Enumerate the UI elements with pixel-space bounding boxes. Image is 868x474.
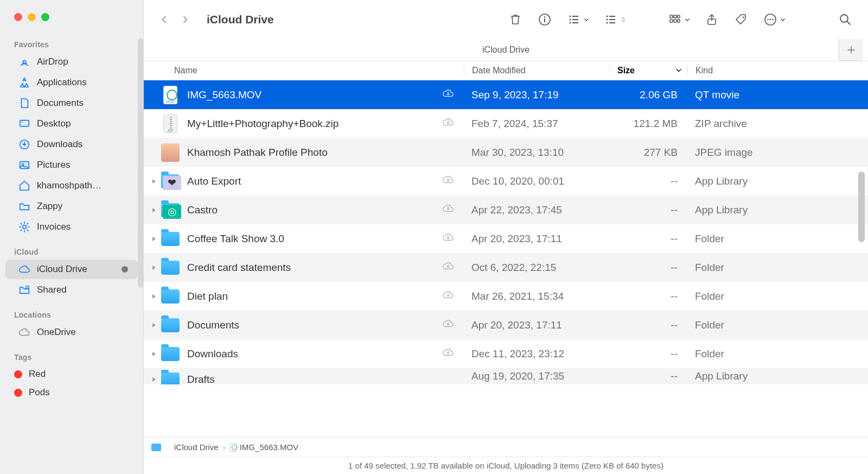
folder-icon <box>161 261 180 275</box>
sidebar-item[interactable]: Desktop <box>5 114 138 134</box>
app-folder-icon: ◎ <box>161 203 180 217</box>
cloud-download-icon[interactable] <box>442 289 454 304</box>
column-kind[interactable]: Kind <box>687 66 868 75</box>
sidebar-section-label: Tags <box>0 351 143 365</box>
file-name: My+Little+Photography+Book.zip <box>187 118 339 130</box>
file-row[interactable]: Coffee Talk Show 3.0 Apr 20, 2023, 17:11… <box>144 224 868 253</box>
file-name: Coffee Talk Show 3.0 <box>187 233 284 245</box>
sidebar-item[interactable]: AirDrop <box>5 52 138 72</box>
main-scrollbar[interactable] <box>858 172 865 242</box>
disclosure-triangle[interactable] <box>147 351 161 357</box>
close-window-button[interactable] <box>14 13 22 21</box>
cloud-download-icon[interactable] <box>442 260 454 275</box>
cloud-download-icon[interactable] <box>442 318 454 332</box>
file-modified: Apr 20, 2023, 17:11 <box>464 319 609 331</box>
column-modified[interactable]: Date Modified <box>464 66 609 75</box>
disclosure-triangle[interactable] <box>147 377 161 382</box>
file-kind: QT movie <box>687 89 868 101</box>
file-row[interactable]: Credit card statements Oct 6, 2022, 22:1… <box>144 253 868 282</box>
file-row[interactable]: Downloads Dec 11, 2023, 23:12 -- Folder <box>144 339 868 368</box>
view-mode-menu[interactable] <box>667 12 690 27</box>
main-pane: iCloud Drive iCloud Drive Name Date Modi… <box>144 0 868 474</box>
disclosure-triangle[interactable] <box>147 265 161 270</box>
file-list: MOV IMG_5663.MOV Sep 9, 2023, 17:19 2.06… <box>144 80 868 437</box>
file-kind: ZIP archive <box>687 118 868 130</box>
nav-forward-button[interactable] <box>180 14 190 25</box>
group-by-menu[interactable] <box>566 12 589 27</box>
file-name: Diet plan <box>187 290 228 302</box>
cloud-download-icon[interactable] <box>442 87 454 102</box>
info-button[interactable] <box>537 12 552 27</box>
file-row[interactable]: Drafts Aug 19, 2020, 17:35 -- App Librar… <box>144 368 868 384</box>
fullscreen-window-button[interactable] <box>41 13 49 21</box>
sidebar-item[interactable]: Invoices <box>5 217 138 237</box>
cloud-download-icon[interactable] <box>442 231 454 246</box>
toolbar: iCloud Drive <box>144 0 868 39</box>
new-tab-button[interactable] <box>839 39 863 61</box>
trash-button[interactable] <box>508 12 523 27</box>
window-controls <box>0 0 143 38</box>
sidebar-item[interactable]: Shared <box>5 280 138 300</box>
file-modified: Dec 11, 2023, 23:12 <box>464 348 609 360</box>
column-headers: Name Date Modified Size Kind <box>144 61 868 80</box>
nav-back-button[interactable] <box>159 14 170 25</box>
sidebar-tag[interactable]: Red <box>0 365 143 383</box>
app-folder-icon: ❤ <box>161 174 180 188</box>
file-row[interactable]: ◎ Castro Apr 22, 2023, 17:45 -- App Libr… <box>144 195 868 224</box>
actions-menu[interactable] <box>763 12 786 27</box>
sidebar-section-label: Locations <box>0 308 143 323</box>
disclosure-triangle[interactable] <box>147 323 161 328</box>
path-crumb-root[interactable]: iCloud Drive <box>151 443 219 452</box>
disclosure-triangle[interactable] <box>147 207 161 213</box>
sidebar-item[interactable]: Applications <box>5 73 138 92</box>
sidebar-item[interactable]: iCloud Drive <box>5 260 138 279</box>
minimize-window-button[interactable] <box>28 13 36 21</box>
tab-bar: iCloud Drive <box>144 39 868 61</box>
share-button[interactable] <box>704 12 719 27</box>
file-name: Documents <box>187 319 239 331</box>
sidebar-item-label: Zappy <box>37 201 62 212</box>
sidebar-item[interactable]: Documents <box>5 93 138 113</box>
sidebar-item[interactable]: Pictures <box>5 155 138 175</box>
file-row[interactable]: MOV IMG_5663.MOV Sep 9, 2023, 17:19 2.06… <box>144 80 868 109</box>
sidebar-item[interactable]: Downloads <box>5 135 138 154</box>
file-row[interactable]: ❤ Auto Export Dec 10, 2020, 00:01 -- App… <box>144 167 868 195</box>
file-row[interactable]: Diet plan Mar 26, 2021, 15:34 -- Folder <box>144 282 868 311</box>
sidebar-tag[interactable]: Pods <box>0 383 143 402</box>
folder-icon <box>161 289 180 304</box>
column-size[interactable]: Size <box>609 66 687 75</box>
sidebar-item[interactable]: OneDrive <box>5 323 138 342</box>
chevron-right-icon: › <box>223 443 226 452</box>
file-kind: App Library <box>687 175 868 187</box>
cloud-download-icon[interactable] <box>442 346 454 361</box>
file-row[interactable]: ZIP My+Little+Photography+Book.zip Feb 7… <box>144 109 868 138</box>
disclosure-triangle[interactable] <box>147 179 161 184</box>
sidebar-item[interactable]: khamoshpath… <box>5 176 138 195</box>
cloud-download-icon[interactable] <box>442 174 454 188</box>
sidebar-scrollbar[interactable] <box>138 38 143 288</box>
window-title: iCloud Drive <box>207 13 274 26</box>
cloud-download-icon[interactable] <box>442 203 454 217</box>
image-thumbnail-icon <box>161 143 180 162</box>
disclosure-triangle[interactable] <box>147 236 161 242</box>
search-button[interactable] <box>838 12 853 27</box>
file-size: -- <box>609 262 687 274</box>
file-icon <box>230 443 237 452</box>
sidebar-item-label: OneDrive <box>37 327 76 338</box>
sync-status-dot <box>122 266 128 273</box>
disclosure-triangle[interactable] <box>147 294 161 299</box>
column-name[interactable]: Name <box>144 66 464 75</box>
sidebar-item[interactable]: Zappy <box>5 197 138 216</box>
file-row[interactable]: Khamosh Pathak Profile Photo Mar 30, 202… <box>144 138 868 167</box>
sidebar-item-label: Downloads <box>37 139 82 150</box>
cloud-download-icon[interactable] <box>442 116 454 131</box>
path-crumb-file[interactable]: IMG_5663.MOV <box>230 443 298 452</box>
tags-button[interactable] <box>733 12 749 27</box>
sort-menu[interactable] <box>603 12 626 27</box>
file-modified: Apr 20, 2023, 17:11 <box>464 233 609 245</box>
file-size: -- <box>609 319 687 331</box>
tab-title[interactable]: iCloud Drive <box>144 45 868 55</box>
file-row[interactable]: Documents Apr 20, 2023, 17:11 -- Folder <box>144 311 868 339</box>
folder-icon <box>161 347 180 361</box>
sidebar-item-label: iCloud Drive <box>37 264 87 275</box>
